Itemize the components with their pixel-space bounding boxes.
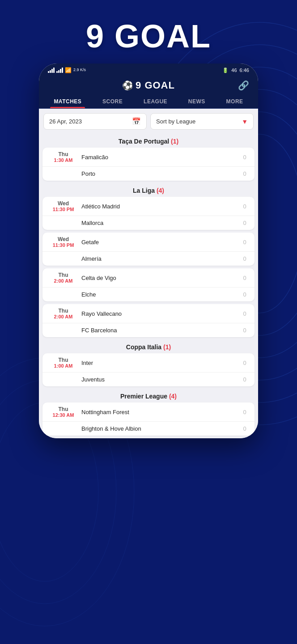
team-name: Mallorca [78,220,241,226]
sort-dropdown[interactable]: Sort by League ▼ [150,113,254,130]
team-name: Rayo Vallecano [78,310,241,317]
calendar-icon: 📅 [132,117,141,126]
team-name: Nottingham Forest [78,409,241,415]
match-row: Wed 11:30 PM Atlético Madrid 0 [42,197,255,216]
match-row: Thu 1:00 AM Inter 0 [42,353,255,373]
app-title: 9 GOAL [86,18,211,55]
match-card[interactable]: Thu 1:30 AM Famalicão 0 Porto 0 [42,148,255,181]
team-name: Famalicão [78,154,241,161]
score: 0 [241,291,248,298]
match-day: Wed [49,236,78,242]
match-day: Thu [49,357,78,363]
match-time: Thu 12:30 AM [49,406,78,418]
match-day: Thu [49,308,78,314]
match-card[interactable]: Thu 2:00 AM Celta de Vigo 0 Elche 0 [42,268,255,301]
tab-matches[interactable]: MATCHES [50,94,85,108]
leagues-container: Taça De Portugal (1) Thu 1:30 AM Famalic… [39,134,258,436]
match-card[interactable]: Wed 11:30 PM Atlético Madrid 0 Mallorca … [42,197,255,230]
match-day: Thu [49,406,78,412]
team-name: Elche [78,291,241,298]
match-card[interactable]: Wed 11:30 PM Getafe 0 Almería 0 [42,233,255,266]
match-row: Thu 1:30 AM Famalicão 0 [42,148,255,167]
score: 0 [241,255,248,262]
team-name: Almería [78,255,241,262]
score: 0 [241,360,248,366]
match-time-value: 2:00 AM [49,278,78,284]
match-time-value: 11:30 PM [49,242,78,248]
match-day: Thu [49,272,78,278]
team-name: Getafe [78,239,241,246]
share-button[interactable]: 🔗 [238,80,249,91]
wifi-icon: 📶 [65,67,72,73]
battery-level: 46 [231,68,237,73]
match-time: Thu 2:00 AM [49,308,78,319]
team-name: Brighton & Hove Albion [78,425,241,432]
team-name: Juventus [78,376,241,383]
match-time-value: 1:30 AM [49,157,78,163]
logo-icon: ⚽ [122,80,134,91]
score: 0 [241,170,248,177]
league-header-3: Premier League (4) [39,389,258,402]
score: 0 [241,239,248,246]
match-row: Thu 2:00 AM Rayo Vallecano 0 [42,304,255,323]
score: 0 [241,376,248,383]
match-row: Porto 0 [42,167,255,181]
date-picker[interactable]: 26 Apr, 2023 📅 [43,113,147,130]
match-card[interactable]: Thu 2:00 AM Rayo Vallecano 0 FC Barcelon… [42,304,255,337]
team-name: Porto [78,170,241,177]
league-header-2: Coppa Italia (1) [39,340,258,353]
league-header-1: La Liga (4) [39,183,258,197]
team-name: Atlético Madrid [78,203,241,210]
main-content: 26 Apr, 2023 📅 Sort by League ▼ Taça De … [39,109,258,438]
status-left: 📶 2.9 K/s [48,67,86,73]
league-header-0: Taça De Portugal (1) [39,134,258,148]
match-row: Juventus 0 [42,373,255,386]
match-time: Wed 11:30 PM [49,200,78,212]
score: 0 [241,275,248,281]
match-time-value: 12:30 AM [49,412,78,418]
score: 0 [241,409,248,415]
chevron-down-icon: ▼ [242,118,248,125]
match-row: Thu 2:00 AM Celta de Vigo 0 [42,268,255,288]
match-card[interactable]: Thu 1:00 AM Inter 0 Juventus 0 [42,353,255,386]
tab-news[interactable]: NEWS [185,94,209,108]
match-day: Thu [49,151,78,157]
score: 0 [241,203,248,210]
signal-icon-1 [48,68,55,73]
score: 0 [241,154,248,161]
match-time-value: 2:00 AM [49,314,78,319]
logo-text: 9 GOAL [136,80,175,91]
nav-tabs: MATCHES SCORE LEAGUE NEWS MORE [39,94,258,109]
match-row: Elche 0 [42,288,255,301]
score: 0 [241,425,248,432]
match-time: Thu 2:00 AM [49,272,78,284]
tab-score[interactable]: SCORE [99,94,126,108]
phone-mockup: 📶 2.9 K/s 🔋 46 6:46 ⚽ 9 GOAL 🔗 MATCHES S… [39,64,258,438]
match-row: Wed 11:30 PM Getafe 0 [42,233,255,252]
score: 0 [241,327,248,334]
match-card[interactable]: Thu 12:30 AM Nottingham Forest 0 Brighto… [42,402,255,436]
match-day: Wed [49,200,78,207]
app-header: ⚽ 9 GOAL 🔗 [39,75,258,94]
signal-icon-2 [56,68,63,73]
date-value: 26 Apr, 2023 [49,118,82,125]
clock: 6:46 [240,68,249,73]
match-time: Thu 1:30 AM [49,151,78,163]
match-row: Almería 0 [42,252,255,266]
app-logo: ⚽ 9 GOAL [122,80,175,91]
tab-more[interactable]: MORE [223,94,247,108]
match-time-value: 1:00 AM [49,363,78,369]
team-name: FC Barcelona [78,327,241,334]
match-time: Thu 1:00 AM [49,357,78,369]
match-row: Mallorca 0 [42,216,255,230]
tab-league[interactable]: LEAGUE [140,94,171,108]
match-row: FC Barcelona 0 [42,323,255,337]
team-name: Inter [78,360,241,366]
score: 0 [241,310,248,317]
match-time-value: 11:30 PM [49,207,78,212]
match-row: Thu 12:30 AM Nottingham Forest 0 [42,402,255,422]
status-bar: 📶 2.9 K/s 🔋 46 6:46 [39,64,258,75]
match-row: Brighton & Hove Albion 0 [42,422,255,436]
status-right: 🔋 46 6:46 [222,68,249,73]
team-name: Celta de Vigo [78,275,241,281]
